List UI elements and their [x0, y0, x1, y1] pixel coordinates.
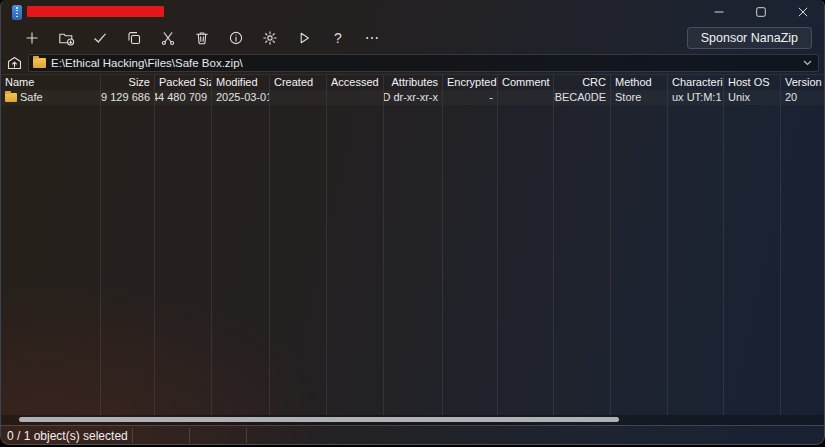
nanazip-window: ? Sponsor NanaZip E:\Ethical Hacking\Fil…: [0, 0, 825, 445]
cell-text: 144 480 709: [155, 90, 207, 105]
cell-attributes[interactable]: D dr-xr-xr-x: [384, 90, 442, 105]
minimize-button[interactable]: [698, 0, 740, 24]
column-header-crc[interactable]: CRC: [554, 75, 610, 90]
column-name: NameSafe: [1, 75, 101, 415]
column-crc: CRC5BECA0DE: [554, 75, 611, 415]
run-button[interactable]: [287, 25, 321, 51]
selection-status: 0 / 1 object(s) selected: [1, 429, 128, 443]
column-header-comment[interactable]: Comment: [498, 75, 553, 90]
cell-text: Store: [615, 90, 641, 105]
column-header-created[interactable]: Created: [270, 75, 326, 90]
folder-icon: [33, 58, 46, 68]
file-list: NameSafeSize259 129 686Packed Size144 48…: [1, 74, 824, 415]
cell-name[interactable]: Safe: [1, 90, 100, 105]
column-size: Size259 129 686: [101, 75, 155, 415]
column-header-size[interactable]: Size: [101, 75, 154, 90]
column-characteristics: Characterist...ux UT:M:1: [668, 75, 724, 415]
status-divider: [189, 428, 190, 443]
cell-text: 20: [785, 90, 797, 105]
move-button[interactable]: [151, 25, 185, 51]
status-divider: [132, 428, 133, 443]
cell-text: 2025-03-01...: [216, 90, 269, 105]
column-header-modified[interactable]: Modified: [212, 75, 269, 90]
column-header-host_os[interactable]: Host OS: [724, 75, 780, 90]
column-header-version[interactable]: Version: [781, 75, 825, 90]
copy-button[interactable]: [117, 25, 151, 51]
cell-method[interactable]: Store: [611, 90, 667, 105]
cell-characteristics[interactable]: ux UT:M:1: [668, 90, 723, 105]
column-header-accessed[interactable]: Accessed: [327, 75, 383, 90]
options-button[interactable]: [253, 25, 287, 51]
cell-packed_size[interactable]: 144 480 709: [155, 90, 211, 105]
status-bar: 0 / 1 object(s) selected: [1, 425, 824, 445]
help-button[interactable]: ?: [321, 25, 355, 51]
cell-encrypted[interactable]: -: [443, 90, 497, 105]
column-modified: Modified2025-03-01...: [212, 75, 270, 415]
column-accessed: Accessed: [327, 75, 384, 415]
cell-modified[interactable]: 2025-03-01...: [212, 90, 269, 105]
cell-comment[interactable]: [498, 90, 553, 105]
cell-accessed[interactable]: [327, 90, 383, 105]
horizontal-scrollbar[interactable]: [1, 415, 824, 425]
column-header-characteristics[interactable]: Characterist...: [668, 75, 723, 90]
column-encrypted: Encrypted-: [443, 75, 498, 415]
column-packed_size: Packed Size144 480 709: [155, 75, 212, 415]
address-bar: E:\Ethical Hacking\Files\Safe Box.zip\: [1, 52, 824, 74]
column-header-attributes[interactable]: Attributes: [384, 75, 442, 90]
cell-text: 5BECA0DE: [554, 90, 606, 105]
parent-folder-icon: [7, 56, 22, 70]
cell-created[interactable]: [270, 90, 326, 105]
title-bar: [1, 0, 824, 24]
column-header-method[interactable]: Method: [611, 75, 667, 90]
address-combo-box[interactable]: E:\Ethical Hacking\Files\Safe Box.zip\: [28, 54, 819, 72]
status-divider: [246, 428, 247, 443]
maximize-button[interactable]: [740, 0, 782, 24]
toolbar: ? Sponsor NanaZip: [1, 24, 824, 52]
info-button[interactable]: [219, 25, 253, 51]
column-header-packed_size[interactable]: Packed Size: [155, 75, 211, 90]
extract-button[interactable]: [49, 25, 83, 51]
cell-size[interactable]: 259 129 686: [101, 90, 154, 105]
add-button[interactable]: [15, 25, 49, 51]
test-button[interactable]: [83, 25, 117, 51]
close-button[interactable]: [782, 0, 824, 24]
horizontal-scrollbar-thumb[interactable]: [19, 417, 619, 422]
nanazip-app-icon: [12, 5, 22, 20]
cell-host_os[interactable]: Unix: [724, 90, 780, 105]
address-path[interactable]: E:\Ethical Hacking\Files\Safe Box.zip\: [51, 57, 795, 69]
sponsor-nanazip-button[interactable]: Sponsor NanaZip: [687, 27, 812, 49]
column-attributes: AttributesD dr-xr-xr-x: [384, 75, 443, 415]
more-button[interactable]: [355, 25, 389, 51]
cell-text: ux UT:M:1: [672, 90, 722, 105]
column-header-name[interactable]: Name: [1, 75, 100, 90]
folder-icon: [5, 93, 17, 102]
title-redaction-bar: [27, 6, 164, 17]
cell-text: D dr-xr-xr-x: [384, 90, 438, 105]
column-method: MethodStore: [611, 75, 668, 415]
cell-text: Unix: [728, 90, 750, 105]
column-header-encrypted[interactable]: Encrypted: [443, 75, 497, 90]
column-comment: Comment: [498, 75, 554, 415]
column-host_os: Host OSUnix: [724, 75, 781, 415]
cell-crc[interactable]: 5BECA0DE: [554, 90, 610, 105]
cell-text: -: [489, 90, 493, 105]
column-version: Version20: [781, 75, 825, 415]
cell-text: 259 129 686: [101, 90, 150, 105]
chevron-down-icon[interactable]: [800, 60, 814, 66]
cell-version[interactable]: 20: [781, 90, 825, 105]
delete-button[interactable]: [185, 25, 219, 51]
help-glyph: ?: [334, 30, 342, 46]
column-created: Created: [270, 75, 327, 415]
parent-folder-button[interactable]: [4, 54, 24, 72]
cell-text: Safe: [20, 90, 43, 105]
